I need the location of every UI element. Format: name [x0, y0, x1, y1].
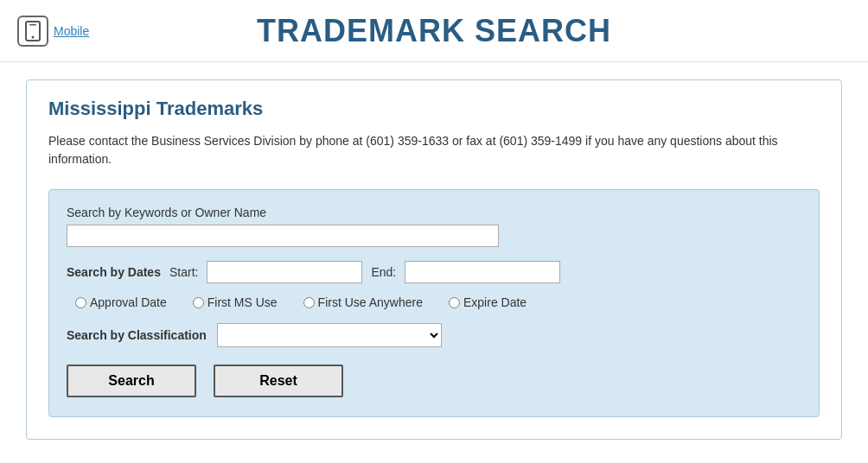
date-label: Search by Dates [67, 265, 161, 279]
reset-button[interactable]: Reset [214, 365, 343, 397]
radio-first-use-anywhere[interactable]: First Use Anywhere [303, 295, 423, 309]
end-date-input[interactable] [405, 261, 560, 283]
keyword-input[interactable] [67, 225, 499, 247]
search-form: Search by Keywords or Owner Name Search … [48, 189, 820, 417]
radio-approval-date[interactable]: Approval Date [75, 295, 167, 309]
start-label: Start: [169, 265, 198, 279]
radio-approval-date-label: Approval Date [90, 295, 167, 309]
mobile-label: Mobile [54, 24, 89, 38]
radio-expire-date-label: Expire Date [463, 295, 527, 309]
main-content: Mississippi Trademarks Please contact th… [0, 62, 868, 457]
radio-first-use-anywhere-label: First Use Anywhere [318, 295, 423, 309]
start-date-input[interactable] [207, 261, 362, 283]
radio-approval-date-input[interactable] [75, 297, 86, 308]
svg-point-1 [32, 35, 35, 38]
keyword-label: Search by Keywords or Owner Name [67, 206, 801, 219]
page-title: TRADEMARK SEARCH [257, 13, 611, 49]
button-row: Search Reset [67, 365, 801, 397]
radio-expire-date-input[interactable] [449, 297, 460, 308]
radio-row: Approval Date First MS Use First Use Any… [67, 295, 801, 309]
radio-expire-date[interactable]: Expire Date [449, 295, 527, 309]
mobile-icon [17, 16, 48, 47]
classification-select[interactable] [217, 323, 442, 347]
radio-first-ms-use[interactable]: First MS Use [193, 295, 278, 309]
classification-row: Search by Classification [67, 323, 801, 347]
radio-first-use-anywhere-input[interactable] [303, 297, 315, 308]
end-label: End: [371, 265, 396, 279]
radio-first-ms-use-input[interactable] [193, 297, 204, 308]
classification-label: Search by Classification [67, 328, 207, 342]
content-box: Mississippi Trademarks Please contact th… [26, 79, 842, 440]
svg-rect-2 [29, 24, 36, 26]
search-button[interactable]: Search [67, 365, 196, 397]
page-header: Mobile TRADEMARK SEARCH [0, 0, 868, 62]
date-row: Search by Dates Start: End: [67, 261, 801, 283]
radio-first-ms-use-label: First MS Use [207, 295, 278, 309]
mobile-link[interactable]: Mobile [17, 16, 89, 47]
description-text: Please contact the Business Services Div… [48, 132, 820, 168]
section-title: Mississippi Trademarks [48, 98, 820, 120]
